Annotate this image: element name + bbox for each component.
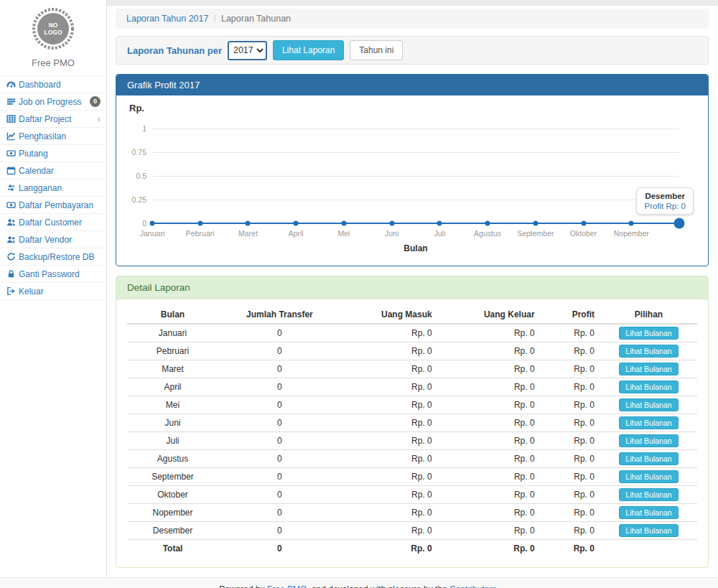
sidebar-item-langganan[interactable]: Langganan: [0, 179, 106, 197]
table-row-juni: Juni0Rp. 0Rp. 0Rp. 0Lihat Bulanan: [127, 414, 697, 432]
calendar-icon: [6, 166, 19, 175]
detail-laporan-panel: Detail Laporan BulanJumlah TransferUang …: [116, 276, 709, 568]
lihat-bulanan-button[interactable]: Lihat Bulanan: [619, 363, 678, 375]
data-point-pebruari[interactable]: [197, 221, 202, 226]
users-icon: [6, 235, 19, 244]
data-point-april[interactable]: [294, 221, 299, 226]
cell-uang-keluar: Rp. 0: [438, 342, 541, 360]
tahun-ini-button[interactable]: Tahun ini: [350, 40, 403, 61]
data-point-september[interactable]: [533, 221, 538, 226]
chevron-left-icon: ‹: [98, 114, 101, 123]
cell-profit: Rp. 0: [541, 486, 600, 504]
data-point-desember[interactable]: [674, 218, 685, 229]
x-tick-label: Januari: [140, 229, 164, 238]
action-cell: Lihat Bulanan: [600, 432, 697, 450]
data-point-juli[interactable]: [437, 221, 442, 226]
table-row-oktober: Oktober0Rp. 0Rp. 0Rp. 0Lihat Bulanan: [127, 486, 697, 504]
lihat-bulanan-button[interactable]: Lihat Bulanan: [619, 452, 678, 465]
lihat-bulanan-button[interactable]: Lihat Bulanan: [619, 524, 678, 537]
line-chart-icon: [6, 131, 19, 141]
main-content: Laporan Tahun 2017 / Laporan Tahunan Lap…: [107, 0, 718, 577]
data-point-juni[interactable]: [389, 221, 394, 226]
gridline: [152, 152, 679, 153]
lihat-bulanan-button[interactable]: Lihat Bulanan: [619, 345, 678, 358]
x-tick-label: Pebruari: [186, 229, 215, 238]
cell-bulan: Juni: [127, 414, 218, 432]
action-cell: Lihat Bulanan: [600, 360, 697, 378]
y-tick-label: 0: [118, 219, 146, 228]
cell-profit: Rp. 0: [541, 396, 600, 414]
sidebar-item-daftar-project[interactable]: Daftar Project‹: [0, 111, 106, 128]
cell-profit: Rp. 0: [541, 360, 600, 378]
lihat-bulanan-button[interactable]: Lihat Bulanan: [619, 416, 678, 429]
sidebar: NO LOGO Free PMO DashboardJob on Progres…: [0, 0, 107, 577]
data-point-januari[interactable]: [150, 221, 155, 226]
action-cell: Lihat Bulanan: [600, 450, 697, 468]
lihat-bulanan-button[interactable]: Lihat Bulanan: [619, 381, 678, 393]
tooltip-month: Desember: [644, 192, 686, 200]
cell-profit: Rp. 0: [541, 378, 600, 396]
sidebar-item-dashboard[interactable]: Dashboard: [0, 76, 106, 93]
cell-uang-masuk: Rp. 0: [341, 504, 438, 522]
year-select[interactable]: 2017: [228, 41, 267, 60]
lihat-bulanan-button[interactable]: Lihat Bulanan: [619, 488, 678, 501]
footer-link-contributors[interactable]: Contributors.: [449, 584, 499, 588]
sidebar-item-job-on-progress[interactable]: Job on Progress0: [0, 93, 106, 111]
cell-uang-masuk: Rp. 0: [341, 522, 438, 540]
action-cell: Lihat Bulanan: [600, 342, 697, 360]
column-header-profit: Profit: [541, 306, 600, 324]
cell-uang-masuk: Rp. 0: [341, 324, 438, 342]
data-point-maret[interactable]: [246, 221, 251, 226]
sidebar-item-keluar[interactable]: Keluar: [0, 283, 106, 300]
data-point-oktober[interactable]: [581, 221, 586, 226]
filter-bar: Laporan Tahunan per 2017 Lihat Laporan T…: [116, 36, 709, 65]
column-header-uang-keluar: Uang Keluar: [438, 306, 541, 324]
y-tick-label: 0.75: [118, 148, 146, 157]
cell-uang-masuk: Rp. 0: [341, 378, 438, 396]
lihat-bulanan-button[interactable]: Lihat Bulanan: [619, 470, 678, 483]
lihat-bulanan-button[interactable]: Lihat Bulanan: [619, 327, 678, 340]
sidebar-item-daftar-pembayaran[interactable]: Daftar Pembayaran: [0, 197, 106, 214]
sidebar-item-backup-restore-db[interactable]: Backup/Restore DB: [0, 248, 106, 266]
filter-label: Laporan Tahunan per: [127, 45, 222, 56]
sidebar-item-penghasilan[interactable]: Penghasilan: [0, 128, 106, 145]
sidebar-item-calendar[interactable]: Calendar: [0, 162, 106, 179]
cell-jumlah-transfer: 0: [218, 342, 341, 360]
cell-profit: Rp. 0: [541, 468, 600, 486]
laporan-table: BulanJumlah TransferUang MasukUang Kelua…: [127, 306, 697, 557]
data-point-agustus[interactable]: [485, 221, 490, 226]
cell-jumlah-transfer: 0: [218, 504, 341, 522]
lock-icon: [6, 269, 19, 279]
signout-icon: [6, 286, 19, 296]
sidebar-item-label: Langganan: [19, 183, 62, 193]
sidebar-item-ganti-password[interactable]: Ganti Password: [0, 266, 106, 283]
x-tick-label: Nopember: [614, 229, 649, 238]
cell-bulan: Desember: [127, 522, 218, 540]
cell-uang-keluar: Rp. 0: [438, 396, 541, 414]
cell-profit: Rp. 0: [541, 414, 600, 432]
cell-uang-keluar: Rp. 0: [438, 450, 541, 468]
top-bar: [107, 0, 718, 6]
lihat-bulanan-button[interactable]: Lihat Bulanan: [619, 398, 678, 411]
cell-uang-keluar: Rp. 0: [438, 486, 541, 504]
lihat-bulanan-button[interactable]: Lihat Bulanan: [619, 434, 678, 447]
x-tick-label: Juni: [385, 229, 398, 238]
sidebar-item-piutang[interactable]: Piutang: [0, 145, 106, 162]
tooltip-value: Profit Rp: 0: [644, 202, 686, 210]
breadcrumb-link[interactable]: Laporan Tahun 2017: [126, 14, 208, 24]
sidebar-item-label: Penghasilan: [19, 131, 66, 141]
cell-uang-keluar: Rp. 0: [438, 360, 541, 378]
sidebar-item-daftar-vendor[interactable]: Daftar Vendor: [0, 231, 106, 248]
cell-jumlah-transfer: 0: [218, 522, 341, 540]
data-point-mei[interactable]: [341, 221, 346, 226]
footer-link-freepmo[interactable]: Free PMO: [267, 584, 307, 588]
lihat-bulanan-button[interactable]: Lihat Bulanan: [619, 506, 678, 519]
cell-profit: Rp. 0: [541, 522, 600, 540]
sidebar-item-daftar-customer[interactable]: Daftar Customer: [0, 214, 106, 231]
lihat-laporan-button[interactable]: Lihat Laporan: [273, 40, 344, 61]
cell-uang-keluar: Rp. 0: [438, 414, 541, 432]
chart-panel-title: Grafik Profit 2017: [127, 80, 200, 90]
data-point-nopember[interactable]: [629, 221, 634, 226]
sidebar-item-label: Daftar Vendor: [19, 235, 72, 245]
cell-uang-masuk: Rp. 0: [341, 486, 438, 504]
